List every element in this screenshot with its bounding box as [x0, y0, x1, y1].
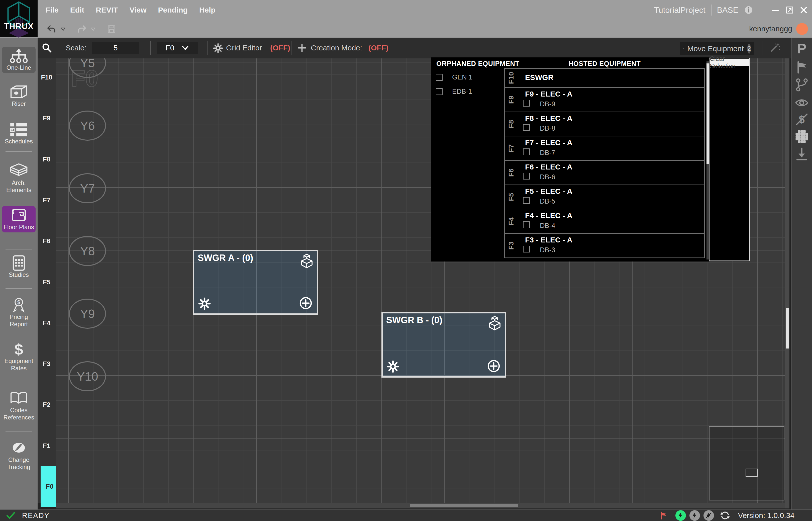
minimize-button[interactable] [771, 5, 780, 15]
floor-label-f10[interactable]: F10 [38, 73, 56, 81]
grid-editor-label[interactable]: Grid Editor [226, 44, 262, 52]
refresh-icon[interactable] [720, 511, 730, 521]
checkbox[interactable] [436, 88, 443, 95]
gear-icon[interactable] [387, 360, 399, 373]
redo-dropdown-caret[interactable] [90, 26, 96, 32]
viewport-minimap[interactable] [709, 426, 784, 500]
avatar[interactable] [796, 23, 808, 35]
menu-revit[interactable]: REVIT [96, 6, 118, 14]
creation-mode-plus-icon[interactable] [297, 43, 307, 53]
gear-icon[interactable] [198, 297, 211, 310]
eye-icon[interactable] [791, 96, 812, 110]
environment-badge: BASE [717, 5, 738, 15]
sidebar-item-equipment-rates[interactable]: $Equipment Rates [2, 340, 36, 373]
move-equipment-button[interactable]: Move Equipment 2 [680, 42, 755, 55]
hosted-row-floor-tag: F5 [506, 185, 517, 209]
undo-button[interactable] [47, 24, 56, 34]
hosted-row-f3[interactable]: F3F3 - ELEC - ADB-3 [505, 234, 704, 258]
menu-pending[interactable]: Pending [158, 6, 188, 14]
floor-label-f3[interactable]: F3 [38, 360, 56, 368]
horizontal-scrollbar-thumb[interactable] [410, 504, 518, 507]
checkbox[interactable] [523, 173, 530, 180]
grid-bubble-y10[interactable]: Y10 [69, 361, 106, 391]
add-equipment-icon[interactable] [486, 359, 501, 373]
flag-icon[interactable] [791, 60, 812, 74]
sidebar-item-floor-plans[interactable]: Floor Plans [2, 206, 36, 232]
search-icon[interactable] [41, 42, 52, 53]
scale-input[interactable]: 5 [92, 42, 139, 54]
hosted-row-floor-tag: F6 [506, 161, 517, 184]
grid-bubble-y7[interactable]: Y7 [69, 173, 106, 203]
checkbox[interactable] [523, 149, 530, 155]
floor-label-f9[interactable]: F9 [38, 114, 56, 122]
floor-label-active[interactable]: F0 [41, 483, 59, 491]
orphaned-item-gen-1[interactable]: GEN 1 [436, 73, 472, 81]
sidebar-item-one-line[interactable]: One-Line [2, 47, 36, 73]
hosted-row-f7[interactable]: F7F7 - ELEC - ADB-7 [505, 136, 704, 161]
hosted-row-f4[interactable]: F4F4 - ELEC - ADB-4 [505, 209, 704, 234]
checkbox[interactable] [523, 100, 530, 107]
sidebar-item-riser[interactable]: Riser [2, 83, 36, 109]
checkbox[interactable] [523, 124, 530, 131]
checkbox[interactable] [436, 74, 443, 81]
branch-icon[interactable] [791, 78, 812, 92]
floor-label-f4[interactable]: F4 [38, 319, 56, 327]
horizontal-scrollbar[interactable] [56, 503, 785, 508]
grid-editor-state: (OFF) [270, 44, 290, 52]
hosted-row-f8[interactable]: F8F8 - ELEC - ADB-8 [505, 112, 704, 136]
creation-mode-label[interactable]: Creation Mode: [311, 44, 362, 52]
checkbox[interactable] [523, 246, 530, 252]
grid-bubble-y6[interactable]: Y6 [69, 111, 106, 141]
save-button[interactable] [107, 24, 116, 34]
grid-dots-icon[interactable] [791, 129, 812, 143]
menu-file[interactable]: File [46, 6, 59, 14]
grid-bubble-y9[interactable]: Y9 [69, 299, 106, 329]
hosted-row-f5[interactable]: F5F5 - ELEC - ADB-5 [505, 185, 704, 209]
hosted-row-f10[interactable]: F10ESWGR [505, 69, 704, 88]
menu-view[interactable]: View [130, 6, 147, 14]
floor-label-f1[interactable]: F1 [38, 442, 56, 450]
no-cost-icon[interactable]: $ [791, 112, 812, 127]
import-icon[interactable] [791, 147, 812, 161]
minimap-viewport-rect[interactable] [746, 469, 758, 477]
menu-edit[interactable]: Edit [70, 6, 85, 14]
level-select[interactable]: F0 [157, 42, 198, 54]
floor-label-f7[interactable]: F7 [38, 196, 56, 204]
active-floor-highlight[interactable]: F0 [41, 466, 56, 507]
floor-label-f8[interactable]: F8 [38, 155, 56, 163]
menu-help[interactable]: Help [199, 6, 215, 14]
floor-label-f2[interactable]: F2 [38, 401, 56, 409]
sidebar-item-pricing-report[interactable]: $Pricing Report [2, 296, 36, 330]
vertical-scrollbar-thumb[interactable] [786, 308, 789, 348]
magic-wand-icon[interactable] [769, 43, 781, 54]
checkbox[interactable] [523, 197, 530, 204]
sidebar: One-LineRiserSchedulesArch. ElementsFloo… [0, 38, 38, 509]
orphaned-item-edb-1[interactable]: EDB-1 [436, 88, 472, 95]
floor-label-f6[interactable]: F6 [38, 237, 56, 245]
sidebar-item-studies[interactable]: Studies [2, 254, 36, 280]
sidebar-item-codes-references[interactable]: Codes References [2, 389, 36, 423]
undo-dropdown-caret[interactable] [60, 26, 66, 32]
sidebar-item-change-tracking[interactable]: Change Tracking [2, 439, 36, 472]
add-equipment-icon[interactable] [299, 296, 313, 310]
close-button[interactable] [799, 6, 808, 14]
grid-editor-gear-icon[interactable] [213, 43, 223, 53]
clear-selection-button[interactable]: Clear Selection [710, 59, 749, 66]
vertical-scrollbar[interactable] [785, 59, 789, 508]
equipment-box-swgr-b[interactable]: SWGR B - (0) [381, 312, 506, 378]
checkbox[interactable] [523, 221, 530, 228]
hosted-row-f9[interactable]: F9F9 - ELEC - ADB-9 [505, 88, 704, 112]
cube-stack-icon[interactable] [487, 315, 503, 331]
grid-bubble-y8[interactable]: Y8 [69, 236, 106, 266]
floor-label-f5[interactable]: F5 [38, 278, 56, 286]
sidebar-item-arch-elements[interactable]: Arch. Elements [2, 162, 36, 195]
hosted-row-title: F5 - ELEC - A [525, 187, 573, 196]
equipment-box-swgr-a[interactable]: SWGR A - (0) [193, 250, 318, 315]
cube-stack-icon[interactable] [299, 253, 315, 269]
sidebar-item-schedules[interactable]: Schedules [2, 120, 36, 147]
info-icon[interactable] [744, 5, 753, 15]
hosted-row-f6[interactable]: F6F6 - ELEC - ADB-6 [505, 161, 704, 185]
restore-button[interactable] [785, 6, 794, 14]
p-marker-icon[interactable]: P [791, 42, 812, 56]
redo-button[interactable] [77, 24, 87, 34]
